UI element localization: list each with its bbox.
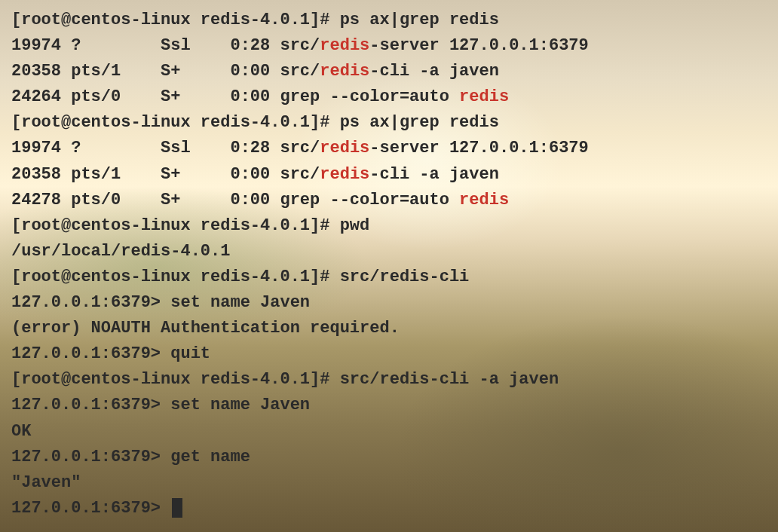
terminal-line: 127.0.0.1:6379> set name Javen xyxy=(11,290,767,316)
terminal-text: [root@centos-linux redis-4.0.1]# pwd xyxy=(11,216,369,235)
terminal-text: 19974 ? Ssl 0:28 src/ xyxy=(11,139,320,157)
terminal-text: -cli -a javen xyxy=(369,62,499,81)
terminal-line: 127.0.0.1:6379> get name xyxy=(11,445,767,470)
terminal-line: [root@centos-linux redis-4.0.1]# ps ax|g… xyxy=(11,110,767,136)
grep-highlight: redis xyxy=(320,165,369,184)
grep-highlight: redis xyxy=(320,62,369,81)
terminal-text: "Javen" xyxy=(11,473,81,492)
terminal-text: 127.0.0.1:6379> set name Javen xyxy=(11,396,310,414)
grep-highlight: redis xyxy=(459,87,509,106)
terminal-text: 24278 pts/0 S+ 0:00 grep --color=auto xyxy=(11,191,459,209)
terminal-text: 20358 pts/1 S+ 0:00 src/ xyxy=(11,165,320,184)
terminal-line: 20358 pts/1 S+ 0:00 src/redis-cli -a jav… xyxy=(11,162,767,188)
terminal-text: -server 127.0.0.1:6379 xyxy=(369,139,588,157)
terminal-text: /usr/local/redis-4.0.1 xyxy=(11,242,230,261)
terminal-line: /usr/local/redis-4.0.1 xyxy=(11,239,767,264)
terminal-line: [root@centos-linux redis-4.0.1]# ps ax|g… xyxy=(11,8,767,33)
terminal-text: 19974 ? Ssl 0:28 src/ xyxy=(11,36,320,55)
grep-highlight: redis xyxy=(320,139,369,157)
terminal-text: (error) NOAUTH Authentication required. xyxy=(11,319,400,338)
terminal-text: 127.0.0.1:6379> get name xyxy=(11,448,250,466)
terminal-line: "Javen" xyxy=(11,470,767,496)
terminal-text: [root@centos-linux redis-4.0.1]# ps ax|g… xyxy=(11,11,499,29)
terminal-line: [root@centos-linux redis-4.0.1]# pwd xyxy=(11,213,767,239)
terminal-text: 20358 pts/1 S+ 0:00 src/ xyxy=(11,62,320,81)
terminal-text: [root@centos-linux redis-4.0.1]# ps ax|g… xyxy=(11,113,499,132)
terminal-line: 19974 ? Ssl 0:28 src/redis-server 127.0.… xyxy=(11,136,767,161)
cursor-icon[interactable] xyxy=(172,498,182,518)
grep-highlight: redis xyxy=(320,36,369,55)
terminal-line: 127.0.0.1:6379> set name Javen xyxy=(11,393,767,418)
grep-highlight: redis xyxy=(459,191,509,209)
terminal-text: 127.0.0.1:6379> set name Javen xyxy=(11,293,310,312)
terminal-line: (error) NOAUTH Authentication required. xyxy=(11,316,767,341)
terminal-line: [root@centos-linux redis-4.0.1]# src/red… xyxy=(11,264,767,290)
terminal-text: 127.0.0.1:6379> quit xyxy=(11,344,210,363)
terminal-prompt: 127.0.0.1:6379> xyxy=(11,499,170,518)
terminal-text: -server 127.0.0.1:6379 xyxy=(369,36,588,55)
terminal-text: [root@centos-linux redis-4.0.1]# src/red… xyxy=(11,268,469,286)
terminal-line: OK xyxy=(11,419,767,445)
terminal-text: -cli -a javen xyxy=(369,165,499,184)
terminal-line: 20358 pts/1 S+ 0:00 src/redis-cli -a jav… xyxy=(11,59,767,84)
terminal-text: [root@centos-linux redis-4.0.1]# src/red… xyxy=(11,370,559,389)
terminal-line: 24278 pts/0 S+ 0:00 grep --color=auto re… xyxy=(11,188,767,213)
terminal-line: [root@centos-linux redis-4.0.1]# src/red… xyxy=(11,367,767,393)
terminal-line: 19974 ? Ssl 0:28 src/redis-server 127.0.… xyxy=(11,33,767,59)
terminal-line: 24264 pts/0 S+ 0:00 grep --color=auto re… xyxy=(11,84,767,110)
terminal-window[interactable]: [root@centos-linux redis-4.0.1]# ps ax|g… xyxy=(0,0,778,529)
terminal-text: 24264 pts/0 S+ 0:00 grep --color=auto xyxy=(11,87,459,106)
terminal-text: OK xyxy=(11,422,31,441)
terminal-line: 127.0.0.1:6379> xyxy=(11,496,767,521)
terminal-line: 127.0.0.1:6379> quit xyxy=(11,341,767,367)
